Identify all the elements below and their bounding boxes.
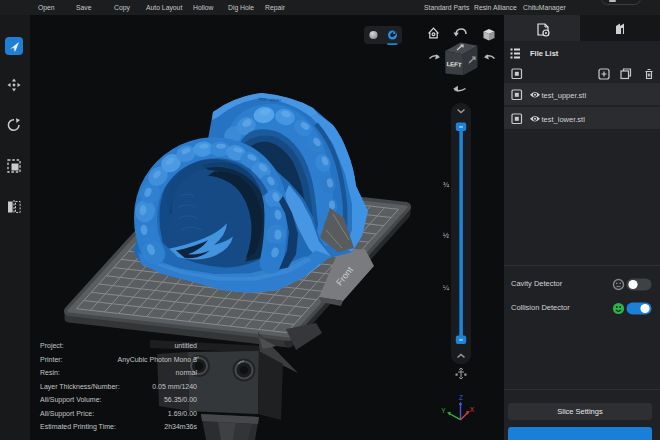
svg-text:test_upper.stl: test_upper.stl — [542, 91, 587, 100]
svg-text:¾: ¾ — [443, 180, 450, 189]
svg-text:½: ½ — [443, 231, 450, 240]
svg-text:test_lower.stl: test_lower.stl — [542, 115, 586, 124]
svg-text:File List: File List — [530, 49, 559, 58]
svg-text:X: X — [470, 406, 475, 413]
svg-text:Y: Y — [441, 407, 446, 414]
svg-text:¼: ¼ — [443, 283, 450, 292]
svg-text:Z: Z — [459, 394, 463, 401]
svg-text:LEFT: LEFT — [446, 61, 462, 68]
